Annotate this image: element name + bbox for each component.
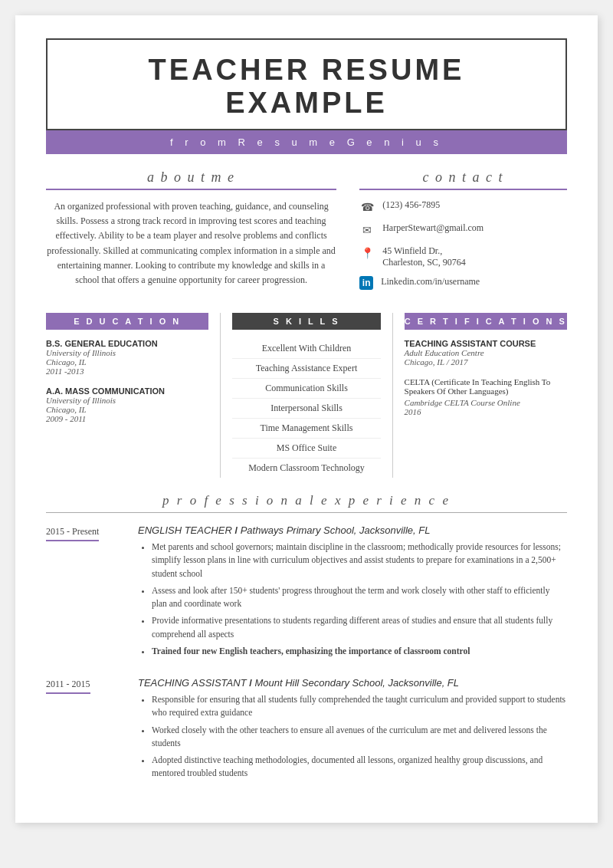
exp-bullet-1-2: Assess and look after 150+ students' pro…: [152, 584, 567, 611]
edu-city-1: Chicago, IL: [46, 357, 208, 367]
certifications-heading: C E R T I F I C A T I O N S: [405, 313, 567, 330]
cert-title-2: CELTA (Certificate In Teaching English T…: [405, 377, 567, 396]
linkedin-text: Linkedin.com/in/username: [381, 276, 480, 288]
phone-text: (123) 456-7895: [382, 199, 440, 211]
exp-content-2: TEACHING ASSISTANT / Mount Hill Secondar…: [138, 677, 567, 784]
contact-phone: ☎ (123) 456-7895: [359, 199, 567, 215]
exp-bullets-1: Met parents and school governors; mainta…: [138, 541, 567, 658]
skill-6: MS Office Suite: [232, 439, 380, 459]
cert-detail-2: 2016: [405, 407, 567, 416]
exp-role-1: ENGLISH TEACHER: [138, 524, 232, 536]
exp-date-1: 2015 - Present: [46, 524, 123, 662]
exp-bullet-1-4: Trained four new English teachers, empha…: [152, 645, 567, 658]
skill-2: Teaching Assistance Expert: [232, 359, 380, 379]
exp-title-1: ENGLISH TEACHER / Pathways Primary Schoo…: [138, 524, 567, 536]
education-heading: E D U C A T I O N: [46, 313, 208, 330]
experience-entry-2: 2011 - 2015 TEACHING ASSISTANT / Mount H…: [46, 677, 567, 784]
cert-school-1: Adult Education Centre: [405, 348, 567, 357]
edu-city-2: Chicago, IL: [46, 405, 208, 414]
edu-entry-2: A.A. MASS COMMUNICATION University of Il…: [46, 386, 208, 423]
experience-entry-1: 2015 - Present ENGLISH TEACHER / Pathway…: [46, 524, 567, 662]
cert-school-2: Cambridge CELTA Course Online: [405, 398, 567, 407]
exp-content-1: ENGLISH TEACHER / Pathways Primary Schoo…: [138, 524, 567, 662]
cert-title-1: TEACHING ASSISTANT COURSE: [405, 339, 567, 348]
education-column: E D U C A T I O N B.S. GENERAL EDUCATION…: [46, 313, 220, 478]
contact-heading: c o n t a c t: [359, 169, 567, 190]
contact-email: ✉ HarperStewart@gmail.com: [359, 222, 567, 238]
exp-date-text-1: 2015 - Present: [46, 526, 99, 541]
skills-column: S K I L L S Excellent With Children Teac…: [220, 313, 392, 478]
skill-1: Excellent With Children: [232, 339, 380, 359]
exp-date-2: 2011 - 2015: [46, 677, 123, 784]
edu-degree-1: B.S. GENERAL EDUCATION: [46, 339, 208, 348]
exp-bullet-2-1: Responsible for ensuring that all studen…: [152, 693, 567, 720]
exp-bullet-1-1: Met parents and school governors; mainta…: [152, 541, 567, 580]
exp-company-2: Mount Hill Secondary School, Jacksonvill…: [254, 677, 459, 689]
cert-entry-2: CELTA (Certificate In Teaching English T…: [405, 377, 567, 416]
cert-entry-1: TEACHING ASSISTANT COURSE Adult Educatio…: [405, 339, 567, 367]
exp-bullets-2: Responsible for ensuring that all studen…: [138, 693, 567, 781]
about-contact-section: a b o u t m e An organized professional …: [46, 169, 567, 298]
location-icon: 📍: [359, 245, 375, 261]
resume-title: TEACHER RESUME EXAMPLE: [63, 54, 550, 120]
exp-bullet-2-2: Worked closely with the other teachers t…: [152, 724, 567, 751]
phone-icon: ☎: [359, 199, 375, 215]
edu-degree-2: A.A. MASS COMMUNICATION: [46, 386, 208, 396]
edu-entry-1: B.S. GENERAL EDUCATION University of Ill…: [46, 339, 208, 376]
exp-company-1: Pathways Primary School, Jacksonville, F…: [241, 524, 431, 536]
edu-school-2: University of Illinois: [46, 396, 208, 405]
skill-5: Time Management Skills: [232, 419, 380, 439]
linkedin-icon: in: [359, 276, 373, 290]
email-text: HarperStewart@gmail.com: [382, 222, 484, 234]
exp-title-2: TEACHING ASSISTANT / Mount Hill Secondar…: [138, 677, 567, 689]
skill-7: Modern Classroom Technology: [232, 459, 380, 478]
exp-date-text-2: 2011 - 2015: [46, 679, 90, 694]
skill-4: Interpersonal Skills: [232, 399, 380, 419]
edu-years-1: 2011 -2013: [46, 367, 208, 376]
three-col-section: E D U C A T I O N B.S. GENERAL EDUCATION…: [46, 313, 567, 478]
edu-years-2: 2009 - 2011: [46, 414, 208, 423]
resume-header: TEACHER RESUME EXAMPLE: [46, 38, 567, 130]
contact-address: 📍 45 Winfield Dr.,Charleston, SC, 90764: [359, 245, 567, 268]
exp-bullet-1-3: Provide informative presentations to stu…: [152, 614, 567, 641]
purple-banner: f r o m R e s u m e G e n i u s: [46, 130, 567, 154]
about-section: a b o u t m e An organized professional …: [46, 169, 336, 298]
contact-section: c o n t a c t ☎ (123) 456-7895 ✉ HarperS…: [359, 169, 567, 298]
edu-school-1: University of Illinois: [46, 348, 208, 357]
exp-bullet-2-3: Adopted distinctive teaching methodologi…: [152, 754, 567, 781]
exp-role-2: TEACHING ASSISTANT: [138, 677, 247, 689]
about-heading: a b o u t m e: [46, 169, 336, 190]
about-text: An organized professional with proven te…: [46, 199, 336, 288]
contact-linkedin: in Linkedin.com/in/username: [359, 276, 567, 290]
certifications-column: C E R T I F I C A T I O N S TEACHING ASS…: [393, 313, 567, 478]
cert-detail-1: Chicago, IL / 2017: [405, 357, 567, 367]
address-text: 45 Winfield Dr.,Charleston, SC, 90764: [382, 245, 466, 268]
professional-experience-heading: p r o f e s s i o n a l e x p e r i e n …: [46, 493, 567, 513]
skills-heading: S K I L L S: [232, 313, 380, 330]
email-icon: ✉: [359, 222, 375, 238]
skill-3: Communication Skills: [232, 379, 380, 399]
resume-wrapper: TEACHER RESUME EXAMPLE f r o m R e s u m…: [15, 15, 598, 823]
